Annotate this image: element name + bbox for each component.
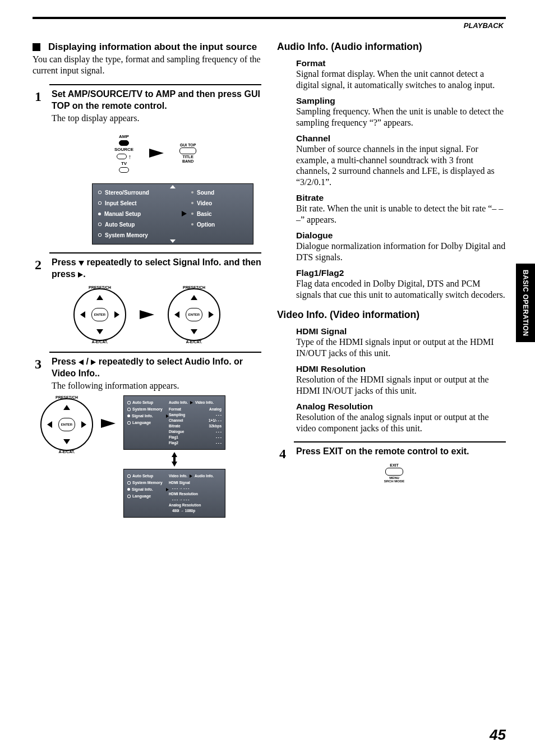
arrow-right-icon — [140, 310, 154, 319]
info-row: HDMI Resolution — [169, 492, 222, 496]
submenu-item: Video — [191, 200, 247, 206]
panel-menu-item: Language — [127, 494, 169, 498]
submenu-item: Sound — [191, 190, 247, 196]
chevron-right-icon — [190, 474, 192, 478]
bitrate-heading: Bitrate — [296, 193, 506, 203]
sampling-text: Sampling frequency. When the unit is una… — [296, 106, 506, 128]
panel-header: Video Info.Audio Info. — [169, 474, 222, 478]
title-label: TITLE — [182, 155, 193, 159]
bitrate-text: Bit rate. When the unit is unable to det… — [296, 203, 506, 225]
step-3: 3 Press / repeatedly to select Audio Inf… — [33, 356, 261, 391]
step1-title: Set AMP/SOURCE/TV to AMP and then press … — [52, 89, 261, 112]
tv-icon — [119, 167, 129, 173]
guitop-label: GUI TOP — [180, 143, 196, 147]
dpad-icon: ENTER — [73, 288, 126, 341]
header-section-label: PLAYBACK — [464, 21, 504, 30]
divider — [49, 352, 261, 353]
info-row: Sampling- - - — [169, 413, 222, 417]
info-row: HDMI Signal — [169, 481, 222, 485]
chevron-right-icon — [182, 211, 187, 216]
video-info-panel: Auto Setup System Memory Signal Info. La… — [123, 469, 225, 518]
arrow-right-icon — [149, 149, 164, 158]
arrow-right-icon — [101, 419, 116, 428]
guitop-buttons: GUI TOP TITLE BAND — [179, 143, 196, 163]
info-row: - - - → - - - — [169, 486, 222, 490]
step1-figure: AMP SOURCE ↑ TV GUI TOP TITLE BAND — [49, 133, 261, 173]
format-heading: Format — [296, 58, 506, 68]
left-column: Displaying information about the input s… — [33, 39, 261, 518]
page-number: 45 — [490, 726, 506, 744]
analog-res-text: Resolution of the analog signals input o… — [296, 412, 506, 434]
info-row: Flag1- - - — [169, 435, 222, 439]
section-intro: You can display the type, format and sam… — [33, 54, 261, 76]
step-number: 2 — [33, 258, 44, 271]
title-button-icon — [179, 147, 196, 154]
tv-label: TV — [121, 161, 127, 166]
panel-menu-item: System Memory — [127, 407, 169, 411]
step4-title: Press EXIT on the remote control to exit… — [296, 446, 506, 458]
audio-info-panel: Auto Setup System Memory Signal Info. La… — [123, 395, 225, 450]
down-triangle-icon — [79, 261, 84, 266]
step1-desc: The top display appears. — [52, 113, 261, 123]
right-column: Audio Info. (Audio information) Format S… — [277, 39, 506, 518]
section-title: Displaying information about the input s… — [48, 41, 257, 53]
divider — [49, 84, 261, 85]
step2-figure: PRESET/CH ENTER A-E/CAT. PRESET/CH ENTER — [49, 285, 245, 344]
band-label: BAND — [182, 159, 193, 163]
amp-label: AMP — [119, 134, 129, 139]
step-number: 1 — [33, 90, 44, 103]
hdmi-signal-heading: HDMI Signal — [296, 326, 506, 336]
left-triangle-icon — [79, 359, 84, 365]
dpad-icon: ENTER — [40, 398, 93, 451]
audio-info-heading: Audio Info. (Audio information) — [277, 41, 506, 53]
hdmi-signal-text: Type of the HDMI signals input or output… — [296, 336, 506, 358]
step-1: 1 Set AMP/SOURCE/TV to AMP and then pres… — [33, 89, 261, 123]
exit-button-figure: EXIT MENU SRCH MODE — [380, 463, 408, 483]
step3-desc: The following information appears. — [52, 381, 261, 391]
dialogue-heading: Dialogue — [296, 231, 506, 241]
dpad-center-label: ENTER — [91, 308, 108, 321]
step3-title: Press / repeatedly to select Audio Info.… — [52, 356, 261, 380]
info-row: 480i → 1080p — [169, 509, 222, 513]
step-4: 4 Press EXIT on the remote control to ex… — [277, 446, 506, 483]
panel-header: Audio Info.Video Info. — [169, 400, 222, 404]
hdmi-res-heading: HDMI Resolution — [296, 364, 506, 374]
amp-icon — [119, 140, 129, 146]
format-text: Signal format display. When the unit can… — [296, 68, 506, 90]
header-line — [33, 17, 506, 19]
gui-menu-panel: Stereo/Surround Input Select Manual Setu… — [92, 183, 253, 245]
step3-figure: PRESET/CH ENTER A-E/CAT. Auto Setup Syst… — [40, 395, 261, 518]
step-number: 3 — [33, 357, 44, 371]
menu-item: Input Select — [98, 200, 187, 206]
menu-item: System Memory — [98, 232, 187, 238]
chevron-right-icon — [190, 401, 193, 404]
step-number: 4 — [277, 447, 288, 460]
right-triangle-icon — [78, 272, 83, 278]
info-row: Analog Resolution — [169, 503, 222, 507]
panel-menu-item: Signal Info. — [127, 487, 169, 491]
info-row: - - - → - - - — [169, 497, 222, 501]
exit-label: EXIT — [390, 463, 399, 467]
up-down-arrow-icon — [172, 452, 177, 467]
info-row: Dialogue- - - — [169, 430, 222, 434]
step2-title: Press repeatedly to select Signal Info. … — [52, 257, 261, 280]
square-bullet-icon — [33, 43, 40, 51]
analog-res-heading: Analog Resolution — [296, 402, 506, 412]
dpad-center-label: ENTER — [186, 308, 202, 321]
header-section: PLAYBACK — [33, 20, 506, 31]
channel-heading: Channel — [296, 133, 506, 144]
info-row: Bitrate32kbps — [169, 424, 222, 428]
panel-menu-item: Signal Info. — [127, 414, 169, 418]
menu-item: Auto Setup — [98, 222, 187, 228]
info-row: Channel1+1/- - - — [169, 418, 222, 422]
panel-menu-item: Language — [127, 421, 169, 425]
sampling-heading: Sampling — [296, 96, 506, 106]
flag-text: Flag data encoded in Dolby Digital, DTS … — [296, 278, 506, 300]
panel-menu-item: System Memory — [127, 481, 169, 485]
side-tab: BASIC OPERATION — [516, 264, 535, 342]
menu-button-icon — [385, 468, 403, 476]
menu-item: Stereo/Surround — [98, 190, 187, 196]
section-heading: Displaying information about the input s… — [33, 41, 261, 53]
video-info-heading: Video Info. (Video information) — [277, 309, 506, 321]
step-2: 2 Press repeatedly to select Signal Info… — [33, 257, 261, 280]
